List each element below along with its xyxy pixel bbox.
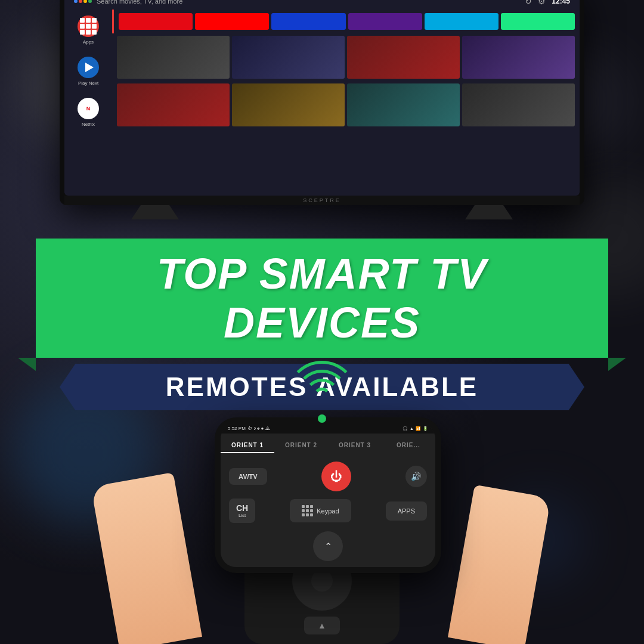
ribbon-fold-left xyxy=(18,358,36,371)
tv-status-bar: Search movies, TV, and more ↻ ⚙ 12:45 xyxy=(64,0,580,10)
keypad-button[interactable]: Keypad xyxy=(290,499,351,522)
apps-button[interactable]: APPS xyxy=(386,501,427,521)
signal-icon: ▲ xyxy=(410,426,414,431)
grid-dot xyxy=(92,18,97,23)
remote-row-controls: AV/TV ⏻ 🔊 xyxy=(229,462,427,491)
phone-remote-ui: AV/TV ⏻ 🔊 CH List xyxy=(221,453,435,531)
tv-content-row-2 xyxy=(112,81,580,129)
status-icons: ⏱ ☽ ⊕ ● ⚠ xyxy=(247,426,270,431)
battery-icon: 🔋 xyxy=(423,426,428,431)
hbo-chip[interactable] xyxy=(348,13,422,30)
k-dot xyxy=(306,513,309,516)
settings-icon: ⚙ xyxy=(538,0,546,6)
content-thumb-3[interactable] xyxy=(347,36,460,79)
tv-screen: Search movies, TV, and more ↻ ⚙ 12:45 xyxy=(64,0,580,196)
content-thumb-8[interactable] xyxy=(462,83,575,126)
keypad-label: Keypad xyxy=(317,507,339,515)
netflix-icon: N xyxy=(78,98,99,119)
apps-icon xyxy=(78,16,99,37)
google-assistant-icon xyxy=(74,0,92,3)
content-thumb-4[interactable] xyxy=(462,36,575,79)
k-dot xyxy=(310,509,313,512)
content-thumb-7[interactable] xyxy=(347,83,460,126)
status-time: 5:52 PM ⏱ ☽ ⊕ ● ⚠ xyxy=(228,426,270,431)
hulu-chip[interactable] xyxy=(501,13,575,30)
apps-label: Apps xyxy=(83,39,94,45)
headphone-icon: 🎧 xyxy=(402,426,408,431)
phone-tabs: ORIENT 1 ORIENT 2 ORIENT 3 ORIE... xyxy=(221,434,435,453)
tv-content-row-1 xyxy=(112,33,580,81)
power-button[interactable]: ⏻ xyxy=(321,462,351,491)
ch-list-button[interactable]: CH List xyxy=(229,499,255,523)
grid-dot xyxy=(80,30,85,35)
grid-dot xyxy=(80,24,85,29)
grid-dot xyxy=(80,18,85,23)
power-icon: ⏻ xyxy=(330,470,342,484)
content-thumb-2[interactable] xyxy=(232,36,345,79)
tv-main-content xyxy=(112,10,580,193)
tv-stand xyxy=(60,205,584,219)
grid-dot xyxy=(92,24,97,29)
content-thumb-5[interactable] xyxy=(117,83,230,126)
sidebar-item-netflix[interactable]: N Netflix xyxy=(78,98,99,127)
phone-container: 5:52 PM ⏱ ☽ ⊕ ● ⚠ 🎧 ▲ 📶 🔋 ORIENT 1 ORIEN… xyxy=(215,417,429,573)
content-thumb-1[interactable] xyxy=(117,36,230,79)
tab-orient-2[interactable]: ORIENT 2 xyxy=(274,438,328,453)
tv-top-right-icons: ↻ ⚙ 12:45 xyxy=(525,0,570,6)
ribbon-main-bg: TOP SMART TV DEVICES xyxy=(36,239,608,358)
wifi-signal-container xyxy=(283,352,361,423)
av-tv-button[interactable]: AV/TV xyxy=(229,468,267,485)
remote-row-nav: CH List xyxy=(229,499,427,523)
refresh-icon: ↻ xyxy=(525,0,532,6)
tv-search-bar[interactable]: Search movies, TV, and more xyxy=(74,0,525,5)
google-dot-red xyxy=(79,0,82,3)
tv-search-placeholder: Search movies, TV, and more xyxy=(97,0,182,5)
nav-up-button[interactable]: ⌃ xyxy=(313,531,343,561)
banner-title: TOP SMART TV DEVICES xyxy=(157,250,488,346)
stand-leg-left xyxy=(131,205,179,219)
phone-outer-frame: 5:52 PM ⏱ ☽ ⊕ ● ⚠ 🎧 ▲ 📶 🔋 ORIENT 1 ORIEN… xyxy=(215,417,441,573)
content-thumb-6[interactable] xyxy=(232,83,345,126)
phone-screen: 5:52 PM ⏱ ☽ ⊕ ● ⚠ 🎧 ▲ 📶 🔋 ORIENT 1 ORIEN… xyxy=(221,423,435,567)
k-dot xyxy=(302,509,305,512)
grid-dot xyxy=(86,30,91,35)
prime-chip[interactable] xyxy=(425,13,499,30)
disney-chip[interactable] xyxy=(271,13,345,30)
play-triangle-shape xyxy=(85,63,94,72)
tab-orient-1[interactable]: ORIENT 1 xyxy=(221,438,274,453)
main-ribbon: TOP SMART TV DEVICES xyxy=(36,239,608,358)
tv-brand-label: SCEPTRE xyxy=(64,196,580,205)
google-dot-yellow xyxy=(83,0,87,3)
tv-app-row xyxy=(112,10,580,33)
wifi-status-icon: 📶 xyxy=(416,426,421,431)
play-next-icon xyxy=(78,57,99,78)
k-dot xyxy=(302,505,305,508)
google-dot-green xyxy=(88,0,92,3)
sidebar-item-apps[interactable]: Apps xyxy=(78,16,99,45)
k-dot xyxy=(310,505,313,508)
ch-text: CH xyxy=(236,503,248,513)
tv-sidebar: Apps Play Next N Netflix xyxy=(64,10,112,193)
volume-button[interactable]: 🔊 xyxy=(405,466,427,487)
netflix-label: Netflix xyxy=(82,122,95,127)
tab-orient-3[interactable]: ORIENT 3 xyxy=(328,438,382,453)
keypad-icon xyxy=(302,505,313,516)
phone-time: 5:52 PM xyxy=(228,426,246,431)
play-next-label: Play Next xyxy=(78,80,98,86)
wifi-arcs xyxy=(283,352,361,423)
volume-icon: 🔊 xyxy=(411,472,421,481)
tv-outer-frame: Search movies, TV, and more ↻ ⚙ 12:45 xyxy=(60,0,584,205)
youtube-chip[interactable] xyxy=(195,13,269,30)
sidebar-item-play-next[interactable]: Play Next xyxy=(78,57,99,86)
tv-clock: 12:45 xyxy=(552,0,570,5)
netflix-chip[interactable] xyxy=(119,13,193,30)
k-dot xyxy=(310,513,313,516)
wifi-center-dot xyxy=(318,414,326,423)
nav-ring-section: ⌃ xyxy=(221,531,435,567)
list-text: List xyxy=(236,513,248,518)
tab-orient-4[interactable]: ORIE... xyxy=(382,438,435,453)
grid-dot xyxy=(92,30,97,35)
status-right-icons: 🎧 ▲ 📶 🔋 xyxy=(402,426,428,431)
k-dot xyxy=(306,505,309,508)
ribbon-fold-right xyxy=(608,358,626,371)
